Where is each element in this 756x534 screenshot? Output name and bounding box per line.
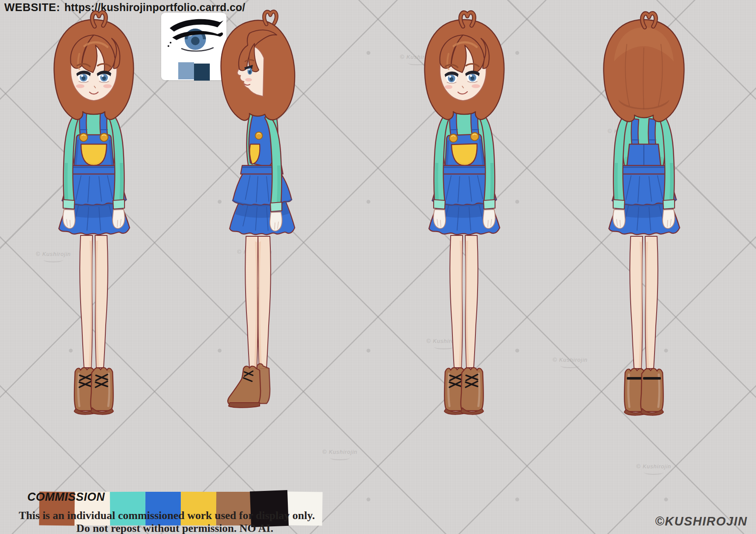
character-side-view [185, 7, 330, 416]
reference-sheet: © Kushirojin © Kushirojin © Kushirojin ©… [0, 0, 756, 534]
watermark: © Kushirojin [636, 463, 671, 475]
commission-text-line1: This is an individual commissioned work … [19, 509, 315, 522]
character-front-view [21, 7, 166, 416]
commission-heading: COMMISSION [27, 490, 105, 504]
artist-credit: ©KUSHIROJIN [655, 514, 747, 528]
commission-text-line2: Do not repost without permission. NO AI. [51, 522, 298, 534]
boot-near [228, 366, 261, 408]
character-back-view [571, 7, 716, 416]
watermark: © Kushirojin [322, 449, 357, 460]
character-three-quarter-view [392, 7, 537, 416]
